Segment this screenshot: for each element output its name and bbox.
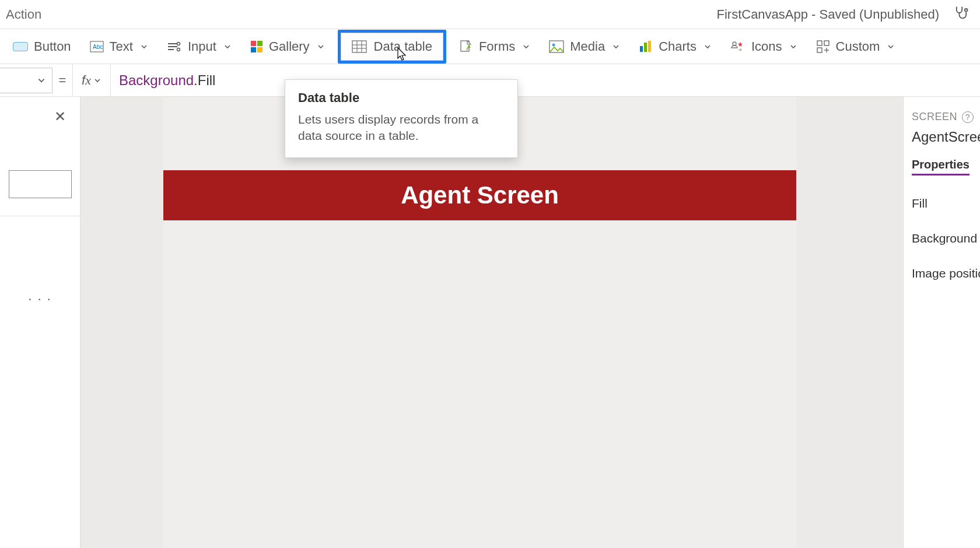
ribbon-charts-label: Charts (659, 39, 696, 54)
ribbon-forms-label: Forms (479, 39, 515, 54)
ribbon-gallery-label: Gallery (269, 39, 310, 54)
formula-input[interactable]: Background.Fill (111, 64, 980, 96)
chevron-down-icon (789, 43, 797, 51)
ribbon-charts[interactable]: Charts (629, 33, 721, 60)
property-background-image[interactable]: Background i (912, 231, 980, 245)
svg-point-0 (965, 9, 968, 12)
media-icon (549, 40, 564, 53)
ribbon-tab-action[interactable]: Action (6, 7, 41, 22)
ribbon-forms[interactable]: Forms (450, 33, 540, 60)
ribbon-data-table[interactable]: Data table (341, 33, 443, 61)
properties-panel: SCREEN ? AgentScree Properties Fill Back… (903, 97, 980, 548)
table-icon (352, 40, 367, 53)
tree-view-panel: ✕ · · · (0, 97, 80, 548)
ribbon-input-label: Input (188, 39, 216, 54)
tooltip-body: Lets users display records from a data s… (298, 111, 505, 145)
ribbon-input[interactable]: Input (158, 33, 241, 60)
help-icon[interactable]: ? (962, 111, 974, 123)
properties-section-label: SCREEN ? (912, 111, 980, 123)
chevron-down-icon (704, 43, 712, 51)
ribbon-text-label: Text (110, 39, 133, 54)
screen-name: AgentScree (912, 129, 980, 145)
tooltip-title: Data table (298, 90, 505, 106)
ribbon-media-label: Media (570, 39, 605, 54)
app-canvas[interactable]: Agent Screen (163, 97, 796, 548)
svg-text:+: + (738, 46, 742, 53)
svg-rect-13 (257, 47, 262, 52)
charts-icon (639, 40, 653, 53)
ribbon-icons-label: Icons (751, 39, 782, 54)
svg-rect-22 (640, 46, 643, 52)
svg-point-9 (177, 48, 180, 51)
ribbon-button-label: Button (34, 39, 71, 54)
ribbon-custom[interactable]: Custom (807, 33, 905, 60)
ribbon-text[interactable]: Abc Text (80, 33, 158, 60)
formula-identifier: Background (119, 72, 194, 89)
ribbon-data-table-highlight: Data table (338, 30, 446, 64)
forms-icon (459, 40, 473, 54)
properties-section-text: SCREEN (912, 111, 957, 123)
property-selector[interactable] (0, 68, 52, 93)
ribbon-media[interactable]: Media (540, 33, 629, 60)
button-icon (13, 40, 28, 53)
svg-rect-28 (824, 41, 829, 45)
gallery-icon (250, 40, 263, 53)
svg-text:Abc: Abc (93, 44, 103, 50)
ribbon-button[interactable]: Button (4, 33, 80, 60)
property-fill[interactable]: Fill (912, 196, 980, 210)
formula-property: .Fill (194, 72, 215, 89)
svg-point-21 (552, 43, 555, 46)
svg-rect-27 (817, 41, 822, 45)
fx-button[interactable]: fx (72, 64, 111, 97)
property-image-position[interactable]: Image positio (912, 266, 980, 280)
close-panel-button[interactable]: ✕ (54, 108, 66, 125)
svg-rect-12 (251, 47, 256, 52)
ribbon-gallery[interactable]: Gallery (241, 33, 334, 60)
ribbon-icons[interactable]: + Icons (721, 33, 807, 60)
svg-point-8 (177, 42, 180, 45)
icons-icon: + (730, 40, 746, 54)
screen-header-text: Agent Screen (401, 181, 559, 209)
workspace: ✕ · · · Agent Screen SCREEN ? AgentScree… (0, 97, 980, 548)
equals-sign: = (52, 73, 72, 88)
svg-rect-10 (251, 41, 256, 46)
data-table-tooltip: Data table Lets users display records fr… (285, 79, 518, 158)
custom-icon (816, 40, 830, 54)
properties-tab[interactable]: Properties (912, 158, 970, 175)
app-status: FirstCanvasApp - Saved (Unpublished) (716, 7, 939, 22)
tree-item-more[interactable]: · · · (0, 285, 80, 313)
chevron-down-icon (223, 43, 232, 51)
title-bar: Action FirstCanvasApp - Saved (Unpublish… (0, 0, 980, 29)
svg-rect-29 (817, 48, 822, 52)
canvas-area: Agent Screen (80, 97, 903, 548)
divider (0, 216, 80, 216)
tree-search-input[interactable] (9, 170, 72, 198)
ribbon-custom-label: Custom (836, 39, 880, 54)
text-icon: Abc (90, 41, 104, 52)
chevron-down-icon (317, 43, 325, 51)
insert-ribbon: Button Abc Text Input Galle (0, 29, 980, 64)
svg-rect-2 (13, 43, 27, 51)
input-icon (167, 40, 182, 53)
chevron-down-icon (522, 43, 530, 51)
svg-rect-23 (644, 43, 647, 52)
chevron-down-icon (37, 76, 46, 85)
svg-rect-14 (352, 41, 366, 52)
chevron-down-icon (612, 43, 620, 51)
screen-header-banner: Agent Screen (163, 170, 796, 220)
app-checker-icon[interactable] (953, 5, 970, 24)
svg-point-25 (733, 42, 736, 45)
svg-rect-24 (648, 41, 651, 52)
ribbon-data-table-label: Data table (374, 39, 432, 54)
chevron-down-icon (93, 76, 102, 85)
svg-rect-11 (257, 41, 262, 46)
chevron-down-icon (887, 43, 895, 51)
chevron-down-icon (140, 43, 148, 51)
